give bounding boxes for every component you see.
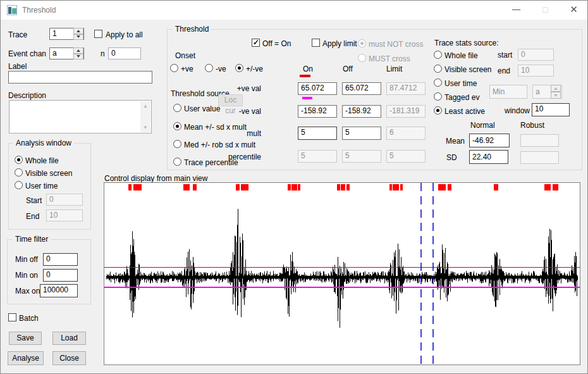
neg-threshold-swatch (302, 97, 312, 99)
stats-min-combo[interactable]: Min (489, 85, 527, 99)
minimize-button[interactable]: — (502, 1, 530, 20)
percentile-on-field[interactable]: 5 (298, 150, 337, 163)
stats-sd-normal-field: 22.40 (469, 150, 508, 164)
stats-window-field[interactable]: 10 (532, 103, 570, 116)
trace-label: Trace (8, 31, 27, 39)
analysis-whole-file-radio[interactable] (15, 156, 23, 164)
maximize-button[interactable]: □ (531, 1, 560, 20)
neg-val-row-label: -ve val (233, 108, 261, 116)
analysis-start-field[interactable]: 0 (46, 194, 83, 206)
max-on-field[interactable]: 100000 (40, 284, 78, 297)
analysis-start-label: Start (26, 197, 42, 205)
neg-val-on-field[interactable]: -158.92 (298, 105, 337, 118)
stats-tagged-ev-radio[interactable] (434, 92, 442, 101)
source-mean-sd-radio[interactable] (173, 122, 181, 130)
must-not-cross-radio[interactable] (358, 39, 366, 47)
must-cross-radio[interactable] (358, 54, 366, 62)
onset-neg-radio[interactable] (205, 64, 213, 72)
percentile-off-field[interactable]: 5 (342, 150, 381, 163)
neg-val-off-field[interactable]: -158.92 (342, 105, 381, 118)
off-eq-on-label: Off = On (262, 40, 291, 48)
label-label: Label (8, 63, 27, 71)
must-not-cross-label: must NOT cross (369, 41, 423, 49)
pos-val-row-label: +ve val (233, 85, 261, 93)
waveform-canvas[interactable] (104, 183, 580, 365)
n-field: 0 (108, 47, 141, 59)
trace-stats-title: Trace stats source: (434, 39, 499, 47)
onset-posneg-radio[interactable] (235, 64, 243, 72)
stats-visible-screen-radio[interactable] (434, 65, 442, 73)
label-input[interactable] (8, 71, 152, 84)
analysis-user-time-radio[interactable] (15, 181, 23, 189)
apply-limit-checkbox[interactable] (312, 39, 320, 47)
pos-val-on-field[interactable]: 65.072 (298, 82, 337, 95)
must-cross-label: MUST cross (369, 55, 410, 63)
onset-posneg-label: +/-ve (246, 65, 263, 73)
pos-val-limit-field[interactable]: 87.4712 (386, 82, 426, 95)
mult-on-field[interactable]: 5 (298, 127, 337, 140)
apply-to-all-label: Apply to all (106, 31, 143, 39)
percentile-limit-field[interactable]: 5 (386, 150, 426, 163)
stats-start-label: start (498, 51, 512, 59)
analyse-button[interactable]: Analyse (8, 351, 44, 365)
stats-end-field[interactable]: 10 (518, 65, 554, 77)
max-on-label: Max on (15, 287, 40, 296)
stats-visible-screen-label: Visible screen (444, 66, 491, 74)
onset-label: Onset (175, 52, 195, 60)
scroll-up-icon[interactable]: ▲ (140, 101, 150, 111)
description-scrollbar[interactable]: ▲ ▼ (140, 101, 150, 132)
source-trace-percentile-radio[interactable] (173, 158, 181, 166)
n-label: n (101, 50, 105, 58)
stats-start-field[interactable]: 0 (518, 49, 554, 61)
control-display (104, 182, 580, 365)
source-user-value-radio[interactable] (173, 104, 181, 112)
trace-spinner-arrows[interactable] (73, 28, 83, 40)
save-button[interactable]: Save (9, 332, 42, 345)
neg-val-limit-field[interactable]: -181.319 (386, 105, 426, 118)
analysis-end-field[interactable]: 10 (46, 209, 83, 221)
close-button[interactable]: ✕ (560, 1, 588, 20)
event-chan-label: Event chan (8, 50, 46, 58)
apply-to-all-checkbox[interactable] (94, 30, 102, 38)
stats-whole-file-radio[interactable] (434, 51, 442, 59)
col-off-header: Off (343, 65, 353, 73)
min-on-field[interactable]: 0 (43, 269, 78, 282)
threshold-group-title: Threshold (173, 25, 211, 34)
event-chan-spinner-arrows[interactable] (73, 47, 83, 59)
analysis-end-label: End (26, 213, 39, 221)
stats-mean-robust-field (520, 134, 559, 147)
min-on-label: Min on (15, 271, 38, 280)
stats-chan-spinner-arrows[interactable] (551, 85, 561, 99)
analysis-whole-file-label: Whole file (25, 157, 59, 165)
source-med-robsd-radio[interactable] (173, 140, 181, 148)
loc-cur-button[interactable]: Loc cur (218, 94, 243, 106)
batch-checkbox[interactable] (8, 313, 16, 321)
stats-user-time-label: User time (444, 80, 477, 88)
stats-user-time-radio[interactable] (434, 78, 442, 87)
threshold-dialog: Threshold — □ ✕ Trace 1 Apply to all Eve… (0, 0, 588, 374)
analysis-visible-screen-radio[interactable] (15, 168, 23, 177)
stats-mean-normal-field: -46.92 (469, 134, 510, 147)
analysis-user-time-label: User time (25, 182, 58, 190)
col-on-header: On (303, 65, 313, 73)
stats-whole-file-label: Whole file (444, 52, 478, 60)
onset-pos-radio[interactable] (170, 64, 178, 72)
scroll-down-icon[interactable]: ▼ (140, 123, 150, 132)
off-eq-on-checkbox[interactable] (252, 39, 260, 47)
source-med-robsd-label: Med +/- rob sd x mult (184, 141, 255, 149)
min-off-label: Min off (15, 256, 38, 264)
pos-val-off-field[interactable]: 65.072 (342, 82, 381, 95)
min-off-field[interactable]: 0 (43, 253, 78, 266)
mult-off-field[interactable]: 5 (342, 127, 381, 140)
title-bar: Threshold — □ ✕ (1, 1, 587, 20)
window-title: Threshold (22, 6, 56, 15)
pos-threshold-swatch (300, 75, 310, 77)
onset-neg-label: -ve (216, 65, 226, 73)
stats-sd-robust-field (520, 151, 559, 164)
description-textarea[interactable]: ▲ ▼ (9, 100, 152, 134)
stats-least-active-radio[interactable] (434, 106, 442, 115)
analysis-visible-screen-label: Visible screen (25, 170, 72, 178)
close-dialog-button[interactable]: Close (52, 351, 86, 365)
load-button[interactable]: Load (52, 332, 86, 345)
mult-limit-field[interactable]: 6 (386, 127, 426, 140)
